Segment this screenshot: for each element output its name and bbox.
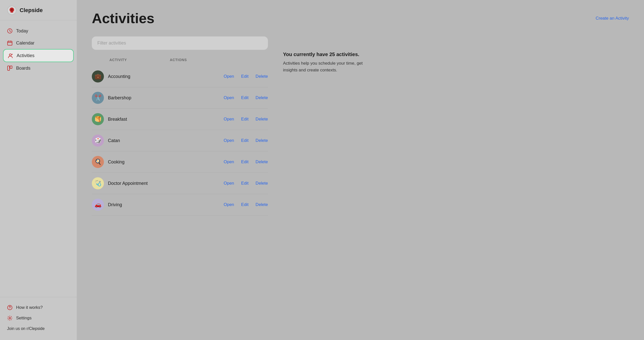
content-layout: ACTIVITY ACTIONS 💼 Accounting Open Edit … [92, 36, 629, 216]
sidebar: Clepside Today Calendar [0, 0, 77, 340]
sidebar-item-label: Boards [16, 66, 30, 71]
activity-list: 💼 Accounting Open Edit Delete ✂️ Barbers… [92, 66, 268, 216]
activity-icon: 🍳 [92, 156, 104, 168]
delete-button[interactable]: Delete [256, 95, 268, 100]
info-panel: You currently have 25 activities. Activi… [283, 36, 374, 216]
activity-name: Cooking [108, 159, 153, 165]
table-header: ACTIVITY ACTIONS [92, 58, 268, 64]
info-title: You currently have 25 activities. [283, 52, 374, 57]
help-icon [7, 305, 13, 310]
reddit-link[interactable]: Join us on r/Clepside [7, 325, 70, 332]
activity-name: Driving [108, 202, 153, 207]
activity-actions: Open Edit Delete [224, 181, 268, 186]
sidebar-item-label: Today [16, 28, 28, 34]
sidebar-logo: Clepside [0, 0, 77, 20]
activity-icon: 🩺 [92, 177, 104, 189]
activity-name: Doctor Appointment [108, 181, 153, 186]
logo-icon [7, 6, 17, 15]
activity-name: Barbershop [108, 95, 153, 101]
open-button[interactable]: Open [224, 117, 234, 122]
table-row: 🩺 Doctor Appointment Open Edit Delete [92, 173, 268, 194]
svg-rect-4 [8, 41, 12, 45]
col-actions-header: ACTIONS [170, 58, 187, 62]
open-button[interactable]: Open [224, 159, 234, 164]
info-description: Activities help you schedule your time, … [283, 60, 374, 73]
activity-actions: Open Edit Delete [224, 95, 268, 100]
table-row: 🎲 Catan Open Edit Delete [92, 130, 268, 151]
edit-button[interactable]: Edit [241, 202, 249, 207]
edit-button[interactable]: Edit [241, 181, 249, 186]
open-button[interactable]: Open [224, 95, 234, 100]
delete-button[interactable]: Delete [256, 138, 268, 143]
activity-actions: Open Edit Delete [224, 74, 268, 79]
svg-point-5 [9, 54, 11, 56]
delete-button[interactable]: Delete [256, 159, 268, 164]
settings-label: Settings [16, 316, 31, 321]
main-header: Activities Create an Activity [92, 10, 629, 26]
open-button[interactable]: Open [224, 181, 234, 186]
activities-panel: ACTIVITY ACTIONS 💼 Accounting Open Edit … [92, 36, 268, 216]
filter-input[interactable] [92, 36, 268, 50]
table-row: ✂️ Barbershop Open Edit Delete [92, 87, 268, 109]
edit-button[interactable]: Edit [241, 74, 249, 79]
activity-name: Catan [108, 138, 153, 143]
edit-button[interactable]: Edit [241, 159, 249, 164]
svg-point-11 [9, 317, 11, 319]
sidebar-item-label: Calendar [16, 40, 34, 46]
svg-point-6 [12, 54, 13, 55]
delete-button[interactable]: Delete [256, 181, 268, 186]
svg-point-2 [11, 9, 13, 11]
activity-icon: 🚗 [92, 199, 104, 211]
open-button[interactable]: Open [224, 138, 234, 143]
table-row: 💼 Accounting Open Edit Delete [92, 66, 268, 87]
activities-icon [8, 53, 13, 58]
open-button[interactable]: Open [224, 202, 234, 207]
delete-button[interactable]: Delete [256, 202, 268, 207]
sidebar-item-calendar[interactable]: Calendar [0, 37, 77, 49]
sidebar-item-boards[interactable]: Boards [0, 62, 77, 74]
activity-actions: Open Edit Delete [224, 138, 268, 143]
table-row: 🍳 Cooking Open Edit Delete [92, 151, 268, 173]
delete-button[interactable]: Delete [256, 74, 268, 79]
app-name: Clepside [20, 7, 43, 14]
sidebar-item-today[interactable]: Today [0, 25, 77, 37]
sidebar-bottom: How it works? Settings Join us on r/Clep… [0, 297, 77, 340]
edit-button[interactable]: Edit [241, 138, 249, 143]
table-row: 🥞 Breakfast Open Edit Delete [92, 109, 268, 130]
create-activity-button[interactable]: Create an Activity [596, 16, 629, 21]
edit-button[interactable]: Edit [241, 117, 249, 122]
page-title: Activities [92, 10, 154, 26]
how-it-works-item[interactable]: How it works? [7, 302, 70, 313]
sidebar-item-label: Activities [17, 53, 34, 58]
table-row: 🚗 Driving Open Edit Delete [92, 194, 268, 216]
gear-icon [7, 315, 13, 321]
svg-rect-8 [10, 66, 12, 68]
svg-point-10 [10, 309, 10, 309]
activity-icon: ✂️ [92, 92, 104, 104]
open-button[interactable]: Open [224, 74, 234, 79]
sidebar-nav: Today Calendar Activities [0, 20, 77, 297]
activity-actions: Open Edit Delete [224, 202, 268, 207]
col-activity-header: ACTIVITY [109, 58, 160, 62]
edit-button[interactable]: Edit [241, 95, 249, 100]
sidebar-item-activities[interactable]: Activities [3, 49, 74, 62]
activity-icon: 💼 [92, 70, 104, 82]
activity-actions: Open Edit Delete [224, 117, 268, 122]
activity-actions: Open Edit Delete [224, 159, 268, 164]
clock-icon [7, 28, 13, 34]
activity-name: Breakfast [108, 117, 153, 122]
boards-icon [7, 65, 13, 71]
activity-name: Accounting [108, 74, 153, 79]
activity-icon: 🥞 [92, 113, 104, 125]
calendar-icon [7, 40, 13, 46]
svg-rect-7 [8, 66, 10, 70]
how-it-works-label: How it works? [16, 305, 43, 310]
main-content: Activities Create an Activity ACTIVITY A… [77, 0, 644, 340]
activity-icon: 🎲 [92, 135, 104, 147]
delete-button[interactable]: Delete [256, 117, 268, 122]
settings-item[interactable]: Settings [7, 313, 70, 323]
